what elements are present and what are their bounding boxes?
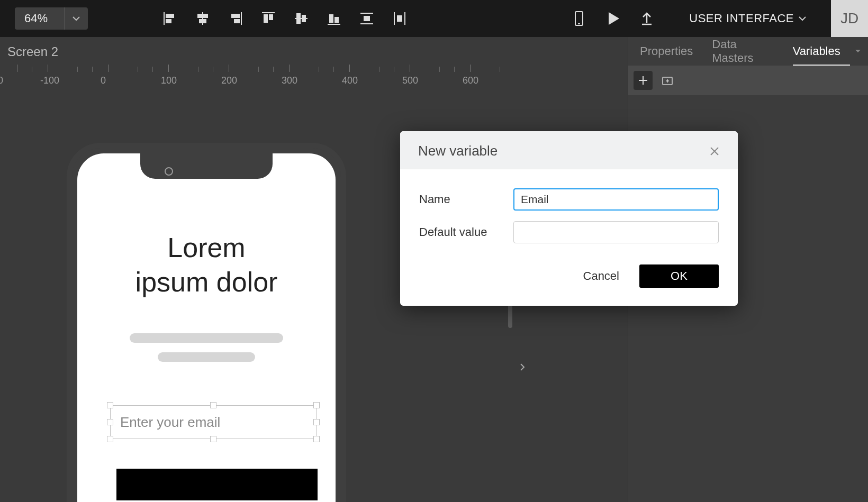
resize-handle[interactable] xyxy=(313,419,320,425)
add-variable-button[interactable] xyxy=(634,71,653,90)
email-placeholder: Enter your email xyxy=(120,414,220,431)
align-center-h-icon[interactable] xyxy=(195,11,211,26)
workspace-dropdown[interactable]: USER INTERFACE xyxy=(689,12,807,25)
svg-rect-10 xyxy=(264,15,267,22)
svg-rect-17 xyxy=(335,17,338,22)
svg-rect-4 xyxy=(198,14,207,17)
svg-rect-7 xyxy=(232,14,239,17)
zoom-value[interactable]: 64% xyxy=(15,7,65,30)
resize-handle[interactable] xyxy=(313,436,320,442)
svg-rect-11 xyxy=(269,15,273,20)
svg-rect-5 xyxy=(200,20,206,23)
align-top-icon[interactable] xyxy=(260,11,276,26)
cancel-button[interactable]: Cancel xyxy=(583,269,619,283)
top-toolbar: 64% xyxy=(0,0,868,37)
panel-expand-handle[interactable] xyxy=(519,362,526,372)
align-left-icon[interactable] xyxy=(162,11,178,26)
resize-handle[interactable] xyxy=(107,419,113,425)
svg-rect-23 xyxy=(397,16,402,21)
svg-rect-8 xyxy=(234,20,239,23)
variables-toolbar xyxy=(628,66,868,95)
align-bottom-icon[interactable] xyxy=(326,11,342,26)
panel-tabs: Properties Data Masters Variables xyxy=(628,37,868,66)
resize-handle[interactable] xyxy=(107,436,113,442)
preview-toolbar: USER INTERFACE xyxy=(571,10,819,27)
avatar-initials: JD xyxy=(840,10,858,27)
resize-handle[interactable] xyxy=(313,402,320,408)
svg-rect-16 xyxy=(330,15,333,22)
dialog-header: New variable xyxy=(400,131,738,169)
mock-text-line[interactable] xyxy=(130,333,283,343)
play-icon[interactable] xyxy=(604,10,621,27)
distribute-h-icon[interactable] xyxy=(392,11,408,26)
device-icon[interactable] xyxy=(571,10,587,27)
svg-rect-20 xyxy=(364,16,369,21)
add-folder-button[interactable] xyxy=(658,71,677,90)
svg-rect-2 xyxy=(166,20,171,23)
device-frame[interactable]: Lorem ipsum dolor Enter your email xyxy=(67,143,346,502)
zoom-dropdown[interactable] xyxy=(65,14,88,23)
default-value-label: Default value xyxy=(419,225,513,239)
tab-variables[interactable]: Variables xyxy=(783,37,850,66)
tab-data-masters[interactable]: Data Masters xyxy=(702,37,783,66)
avatar[interactable]: JD xyxy=(831,0,868,37)
alignment-toolbar xyxy=(162,11,408,26)
name-input[interactable] xyxy=(513,188,719,211)
mock-heading[interactable]: Lorem ipsum dolor xyxy=(77,231,336,299)
dialog-title: New variable xyxy=(418,143,498,159)
svg-rect-13 xyxy=(297,14,300,23)
zoom-control[interactable]: 64% xyxy=(15,7,88,30)
ruler: 00 -100 0 100 200 300 400 500 600 xyxy=(0,65,628,86)
svg-rect-14 xyxy=(302,15,305,22)
resize-handle[interactable] xyxy=(210,436,216,442)
tabs-overflow-icon[interactable] xyxy=(850,48,866,54)
workspace-label-text: USER INTERFACE xyxy=(689,12,794,25)
screen-label[interactable]: Screen 2 xyxy=(7,44,58,59)
ok-button[interactable]: OK xyxy=(639,264,719,288)
tab-properties[interactable]: Properties xyxy=(630,37,702,66)
email-input-element[interactable]: Enter your email xyxy=(110,405,317,439)
close-icon[interactable] xyxy=(707,144,722,159)
device-notch xyxy=(140,153,273,179)
new-variable-dialog: New variable Name Default value Cancel O… xyxy=(400,131,738,306)
svg-rect-1 xyxy=(166,14,174,17)
resize-handle[interactable] xyxy=(210,402,216,408)
default-value-input[interactable] xyxy=(513,221,719,243)
mock-text-line[interactable] xyxy=(158,352,255,362)
align-right-icon[interactable] xyxy=(228,11,243,26)
camera-icon xyxy=(165,167,173,176)
name-label: Name xyxy=(419,193,513,206)
mock-submit-button[interactable] xyxy=(116,469,318,500)
device-screen: Lorem ipsum dolor Enter your email xyxy=(77,153,336,502)
resize-handle[interactable] xyxy=(107,402,113,408)
upload-icon[interactable] xyxy=(638,10,655,27)
align-middle-icon[interactable] xyxy=(293,11,309,26)
distribute-v-icon[interactable] xyxy=(359,11,375,26)
